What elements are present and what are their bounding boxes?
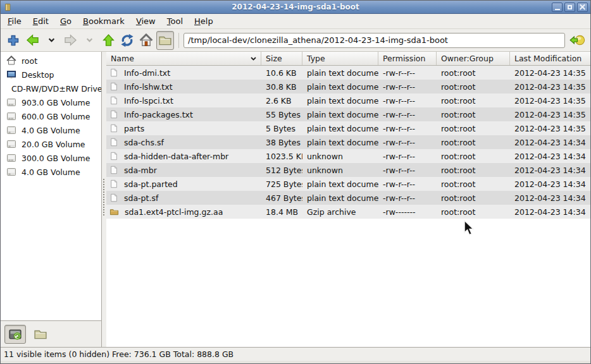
file-type: unknown <box>302 149 378 163</box>
back-history-button[interactable] <box>42 31 60 50</box>
volumes-pane-button[interactable] <box>4 325 26 344</box>
drive-icon <box>6 97 16 107</box>
places-list: root Desktop CD-RW/DVD±RW Drive 903.0 GB… <box>1 52 101 320</box>
file-owner: root:root <box>437 205 510 219</box>
close-button[interactable] <box>577 3 588 12</box>
window-resize-edge[interactable] <box>1 361 590 363</box>
text-file-icon <box>109 82 118 92</box>
sidebar-item-volume-20[interactable]: 20.0 GB Volume <box>1 137 101 151</box>
file-modified: 2012-04-23 14:34 <box>510 177 590 191</box>
table-row[interactable]: parts 5 Bytes plain text document -rw-r-… <box>106 121 590 135</box>
column-header-permission[interactable]: Permission <box>378 52 437 65</box>
table-row[interactable]: Info-lspci.txt 2.6 KB plain text documen… <box>106 94 590 107</box>
table-row[interactable]: Info-packages.txt 55 Bytes plain text do… <box>106 107 590 121</box>
status-text: 11 visible items (0 hidden) Free: 736.1 … <box>4 349 233 359</box>
table-row[interactable]: Info-lshw.txt 30.8 KB plain text documen… <box>106 80 590 94</box>
pane-splitter[interactable] <box>102 52 106 347</box>
sidebar-item-optical-drive[interactable]: CD-RW/DVD±RW Drive <box>1 82 101 95</box>
main-area: root Desktop CD-RW/DVD±RW Drive 903.0 GB… <box>1 52 590 347</box>
file-owner: root:root <box>437 107 510 121</box>
sidebar-item-label: 4.0 GB Volume <box>22 167 80 177</box>
file-permission: -rw-r--r-- <box>378 191 437 205</box>
file-type: plain text document <box>302 177 378 191</box>
go-button[interactable] <box>569 34 585 46</box>
text-file-icon <box>109 179 118 189</box>
sidebar-item-label: 903.0 GB Volume <box>22 98 90 107</box>
column-header-owner-group[interactable]: Owner:Group <box>437 52 510 65</box>
menu-tool[interactable]: Tool <box>161 15 189 27</box>
status-bar: 11 visible items (0 hidden) Free: 736.1 … <box>1 347 590 361</box>
sidebar-item-desktop[interactable]: Desktop <box>1 68 101 82</box>
sidebar-item-label: 20.0 GB Volume <box>22 140 85 149</box>
minimize-icon <box>555 9 560 10</box>
minimize-button[interactable] <box>552 3 563 12</box>
file-type: plain text document <box>302 80 378 94</box>
column-header-size[interactable]: Size <box>261 52 302 65</box>
drive-icon <box>6 153 16 163</box>
table-row[interactable]: sda-mbr 512 Bytes unknown -rw-r--r-- roo… <box>106 163 590 177</box>
titlebar[interactable]: 2012-04-23-14-img-sda1-boot <box>1 1 590 14</box>
home-button[interactable] <box>137 31 155 50</box>
forward-button[interactable] <box>61 31 79 50</box>
table-row[interactable]: sda-chs.sf 38 Bytes plain text document … <box>106 135 590 149</box>
column-header-name[interactable]: Name <box>106 52 261 65</box>
file-type: plain text document <box>302 94 378 107</box>
file-modified: 2012-04-23 14:35 <box>510 107 590 121</box>
file-size: 725 Bytes <box>261 177 302 191</box>
drive-icon <box>6 167 16 177</box>
table-row[interactable]: sda-pt.sf 467 Bytes plain text document … <box>106 191 590 205</box>
sidebar-item-volume-300[interactable]: 300.0 GB Volume <box>1 151 101 165</box>
file-type: plain text document <box>302 191 378 205</box>
column-header-type[interactable]: Type <box>302 52 378 65</box>
toolbar <box>1 29 590 52</box>
menu-go[interactable]: Go <box>54 15 77 27</box>
file-owner: root:root <box>437 191 510 205</box>
sidebar-item-root[interactable]: root <box>1 54 101 68</box>
side-pane-folder-toggle-icon <box>158 33 172 47</box>
column-header-last-modification[interactable]: Last Modification <box>510 52 590 65</box>
menu-bookmark[interactable]: Bookmark <box>77 15 130 27</box>
menu-help[interactable]: Help <box>189 15 219 27</box>
file-owner: root:root <box>437 80 510 94</box>
sidebar-item-volume-4a[interactable]: 4.0 GB Volume <box>1 123 101 137</box>
file-permission: -rw-r--r-- <box>378 163 437 177</box>
desktop-icon <box>6 70 16 80</box>
file-size: 30.8 KB <box>261 80 302 94</box>
file-size: 1023.5 KB <box>261 149 302 163</box>
sidebar-item-volume-600[interactable]: 600.0 GB Volume <box>1 109 101 123</box>
up-button[interactable] <box>99 31 117 50</box>
file-name: sda-chs.sf <box>124 138 164 147</box>
file-name: sda1.ext4-ptcl-img.gz.aa <box>125 207 223 217</box>
file-size: 512 Bytes <box>261 163 302 177</box>
back-button[interactable] <box>23 31 41 50</box>
menu-file[interactable]: File <box>2 15 27 27</box>
sidebar-item-volume-4b[interactable]: 4.0 GB Volume <box>1 165 101 179</box>
file-type: plain text document <box>302 121 378 135</box>
sidebar-item-volume-903[interactable]: 903.0 GB Volume <box>1 95 101 109</box>
directory-tree-pane-button[interactable] <box>30 325 51 344</box>
file-type: Gzip archive <box>302 205 378 219</box>
file-type: plain text document <box>302 107 378 121</box>
file-modified: 2012-04-23 14:35 <box>510 94 590 107</box>
archive-icon <box>109 207 119 217</box>
text-file-icon <box>109 151 118 161</box>
menu-edit[interactable]: Edit <box>27 15 54 27</box>
table-row[interactable]: Info-dmi.txt 10.6 KB plain text document… <box>106 66 590 80</box>
new-tab-button[interactable] <box>4 31 22 50</box>
menu-view[interactable]: View <box>130 15 161 27</box>
maximize-button[interactable] <box>564 3 575 12</box>
address-bar-input[interactable] <box>184 33 565 48</box>
side-pane-toggle-button[interactable] <box>156 31 174 50</box>
table-row[interactable]: sda-hidden-data-after-mbr 1023.5 KB unkn… <box>106 149 590 163</box>
file-size: 10.6 KB <box>261 66 302 80</box>
maximize-icon <box>568 5 572 9</box>
file-modified: 2012-04-23 14:34 <box>510 135 590 149</box>
file-owner: root:root <box>437 94 510 107</box>
file-owner: root:root <box>437 149 510 163</box>
refresh-button[interactable] <box>118 31 136 50</box>
file-name: Info-dmi.txt <box>124 68 170 78</box>
forward-history-button[interactable] <box>80 31 98 50</box>
file-type: plain text document <box>302 135 378 149</box>
table-row[interactable]: sda-pt.parted 725 Bytes plain text docum… <box>106 177 590 191</box>
table-row[interactable]: sda1.ext4-ptcl-img.gz.aa 18.4 MB Gzip ar… <box>106 205 590 219</box>
